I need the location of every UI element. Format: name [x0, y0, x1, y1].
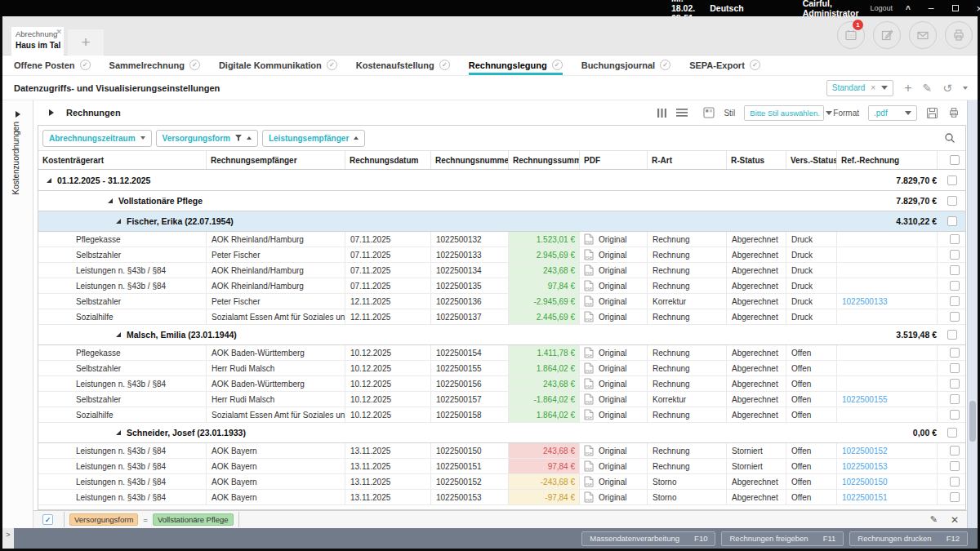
- rechnungen-drucken-button[interactable]: Rechnungen druckenF12: [849, 531, 968, 546]
- compose-button[interactable]: [873, 21, 901, 49]
- tab-close-icon[interactable]: ✕: [56, 28, 62, 36]
- table-row[interactable]: Leistungen n. §43b / §84AOK Bayern13.11.…: [38, 490, 965, 505]
- filter-enabled-checkbox[interactable]: ✓: [42, 514, 53, 525]
- pdf-document-icon[interactable]: PDF: [584, 347, 594, 358]
- edit-filter-icon[interactable]: ✎: [930, 514, 938, 525]
- tab-abrechnung[interactable]: Abrechnung Haus im Tal ✕: [11, 27, 64, 56]
- style-board-icon[interactable]: [703, 107, 715, 118]
- cell-pdf[interactable]: PDFOriginal: [579, 474, 647, 489]
- cell-pdf[interactable]: PDFOriginal: [579, 345, 647, 360]
- column-header-rechnungsnummer[interactable]: Rechnungsnummer: [430, 151, 508, 169]
- row-checkbox[interactable]: [950, 446, 960, 455]
- mail-button[interactable]: [909, 21, 937, 49]
- new-tab-button[interactable]: +: [68, 29, 104, 56]
- calendar-button[interactable]: 1: [837, 21, 865, 49]
- cell-pdf[interactable]: PDFOriginal: [579, 232, 647, 247]
- cell-pdf[interactable]: PDFOriginal: [579, 247, 647, 262]
- group-checkbox[interactable]: [947, 216, 957, 226]
- ref-rechnung-link[interactable]: 1022500133: [842, 297, 888, 306]
- row-checkbox[interactable]: [950, 363, 960, 373]
- group-chip-versorgungsform[interactable]: Versorgungsform: [156, 130, 258, 147]
- cell-pdf[interactable]: PDFOriginal: [579, 407, 647, 422]
- row-layout-icon[interactable]: [676, 108, 688, 118]
- row-checkbox[interactable]: [950, 477, 960, 487]
- expand-panel-icon[interactable]: [16, 111, 20, 118]
- group-checkbox[interactable]: [947, 196, 957, 206]
- search-icon[interactable]: [944, 132, 956, 144]
- pdf-document-icon[interactable]: PDF: [584, 362, 594, 374]
- collapse-group-icon[interactable]: [108, 198, 113, 203]
- collapse-group-icon[interactable]: [116, 430, 121, 435]
- row-checkbox[interactable]: [950, 348, 960, 358]
- language-selector[interactable]: Deutsch: [710, 3, 743, 13]
- table-row[interactable]: Leistungen n. §43b / §84AOK Bayern13.11.…: [38, 443, 965, 459]
- column-header-pdf[interactable]: PDF: [579, 151, 647, 169]
- menu-item-digitale-kommunikation[interactable]: Digitale Kommunikation✓: [219, 56, 337, 75]
- row-checkbox[interactable]: [950, 492, 960, 502]
- cell-pdf[interactable]: PDFOriginal: [579, 361, 647, 375]
- row-checkbox[interactable]: [950, 296, 960, 306]
- group-row-person[interactable]: Fischer, Erika (22.07.1954)4.310,22 €: [38, 211, 965, 232]
- table-row[interactable]: SozialhilfeSozialamt Essen Amt für Sozia…: [38, 309, 965, 325]
- cell-pdf[interactable]: PDFOriginal: [579, 263, 647, 278]
- table-row[interactable]: PflegekasseAOK Rheinland/Hamburg07.11.20…: [38, 232, 965, 247]
- collapse-group-icon[interactable]: [47, 178, 51, 183]
- table-row[interactable]: Leistungen n. §43b / §84AOK Rheinland/Ha…: [38, 263, 965, 278]
- column-header-rechnungsdatum[interactable]: Rechnungsdatum: [345, 151, 430, 169]
- preset-select[interactable]: Standard ×: [826, 80, 893, 96]
- column-chooser-icon[interactable]: [657, 108, 667, 118]
- add-preset-icon[interactable]: +: [904, 82, 911, 95]
- table-row[interactable]: PflegekasseAOK Baden-Württemberg10.12.20…: [38, 345, 965, 361]
- pdf-document-icon[interactable]: PDF: [584, 491, 594, 503]
- group-checkbox[interactable]: [947, 330, 957, 340]
- filter-value-chip[interactable]: Vollstationäre Pflege: [153, 513, 234, 526]
- collapse-group-icon[interactable]: [116, 219, 121, 224]
- menu-item-offene-posten[interactable]: Offene Posten✓: [14, 56, 91, 75]
- rechnungen-freigeben-button[interactable]: Rechnungen freigebenF11: [721, 531, 844, 546]
- pdf-document-icon[interactable]: PDF: [584, 460, 594, 472]
- table-row[interactable]: SelbstzahlerHerr Rudi Malsch10.12.202510…: [38, 392, 965, 407]
- chevron-down-icon[interactable]: [826, 111, 832, 115]
- column-header-vers-status[interactable]: Vers.-Status: [786, 151, 836, 169]
- edit-preset-icon[interactable]: ✎: [923, 82, 933, 94]
- ref-rechnung-link[interactable]: 1022500151: [842, 493, 888, 502]
- filter-field-chip[interactable]: Versorgungsform: [69, 513, 138, 526]
- row-checkbox[interactable]: [950, 394, 960, 404]
- cell-pdf[interactable]: PDFOriginal: [579, 392, 647, 407]
- pdf-document-icon[interactable]: PDF: [584, 445, 594, 456]
- group-row-period[interactable]: 01.12.2025 - 31.12.20257.829,70 €: [38, 170, 965, 191]
- table-row[interactable]: SelbstzahlerHerr Rudi Malsch10.12.202510…: [38, 361, 965, 376]
- chevron-down-icon[interactable]: [905, 111, 911, 115]
- filter-operator[interactable]: =: [143, 515, 148, 524]
- row-checkbox[interactable]: [950, 250, 960, 260]
- pdf-document-icon[interactable]: PDF: [584, 476, 594, 487]
- table-row[interactable]: Leistungen n. §43b / §84AOK Baden-Württe…: [38, 376, 965, 392]
- column-header-rechnungssumme[interactable]: Rechnungssumme: [508, 151, 579, 169]
- ref-rechnung-link[interactable]: 1022500155: [842, 395, 888, 404]
- group-checkbox[interactable]: [947, 176, 957, 185]
- undo-icon[interactable]: ↺: [942, 82, 952, 94]
- column-header-rechnungsempfänger[interactable]: Rechnungsempfänger: [206, 151, 345, 169]
- minimize-icon[interactable]: –: [929, 2, 934, 14]
- group-row-care-form[interactable]: Vollstationäre Pflege7.829,70 €: [38, 191, 965, 211]
- pdf-document-icon[interactable]: PDF: [584, 295, 594, 307]
- group-row-person[interactable]: Malsch, Emilia (23.01.1944)3.519,48 €: [38, 325, 965, 345]
- section-title[interactable]: Rechnungen: [66, 108, 121, 118]
- pdf-document-icon[interactable]: PDF: [584, 280, 594, 291]
- left-panel-label[interactable]: Kostenzuordnungen: [11, 122, 20, 195]
- expand-bottom-icon[interactable]: >: [2, 528, 14, 549]
- column-header-r-status[interactable]: R-Status: [726, 151, 786, 169]
- menu-item-kostenaufstellung[interactable]: Kostenaufstellung✓: [356, 56, 450, 75]
- table-row[interactable]: SelbstzahlerPeter Fischer12.11.202510225…: [38, 294, 965, 309]
- stil-select[interactable]: Bitte Stil auswählen.: [744, 105, 824, 121]
- table-row[interactable]: Leistungen n. §43b / §84AOK Bayern13.11.…: [38, 459, 965, 474]
- row-checkbox[interactable]: [950, 265, 960, 275]
- column-header-kostenträgerart[interactable]: Kostenträgerart: [38, 151, 206, 169]
- cell-pdf[interactable]: PDFOriginal: [579, 376, 647, 391]
- menu-item-buchungsjournal[interactable]: Buchungsjournal✓: [581, 56, 670, 75]
- pdf-document-icon[interactable]: PDF: [584, 249, 594, 260]
- row-checkbox[interactable]: [950, 379, 960, 389]
- ref-rechnung-link[interactable]: 1022500153: [842, 462, 888, 471]
- column-header-ref-rechnung[interactable]: Ref.-Rechnung: [836, 151, 937, 169]
- clear-filter-icon[interactable]: ✕: [951, 514, 959, 526]
